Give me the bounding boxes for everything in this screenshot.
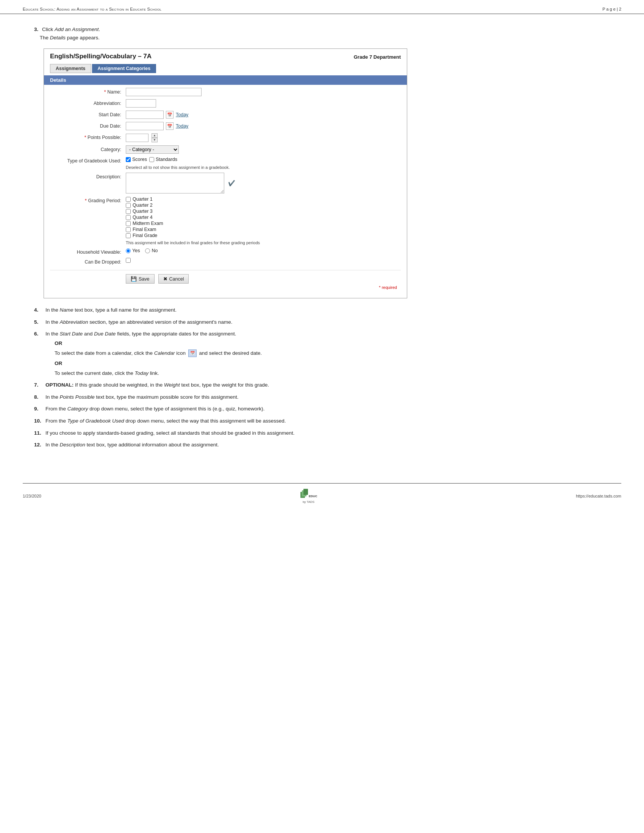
grading-period-required-star: * — [85, 198, 88, 203]
abbr-label: Abbreviation: — [50, 99, 126, 106]
inst-11-num: 11. — [34, 429, 42, 437]
gradebook-field: Scores Standards Deselect all to not sho… — [126, 157, 401, 170]
step-3-num: 3. — [34, 26, 38, 32]
start-date-row: Start Date: 📅 Today — [50, 111, 401, 119]
app-title: English/Spelling/Vocabulary – 7A — [50, 53, 151, 60]
gradebook-row: Type of Gradebook Used: Scores Standards… — [50, 157, 401, 170]
step-3-before: Click — [42, 26, 55, 32]
midterm-checkbox[interactable] — [126, 221, 131, 226]
scores-checkbox[interactable] — [126, 157, 131, 162]
name-label: * Name: — [50, 88, 126, 95]
footer-date: 1/23/2020 — [23, 494, 41, 498]
page-content: 3. Click Add an Assignment. The Details … — [0, 14, 644, 468]
tab-assignment-categories[interactable]: Assignment Categories — [92, 64, 156, 73]
inst-10-text: From the Type of Gradebook Used drop dow… — [45, 417, 621, 425]
grading-period-final-exam[interactable]: Final Exam — [126, 227, 260, 232]
due-date-today-link[interactable]: Today — [176, 124, 188, 129]
points-input[interactable] — [126, 133, 148, 142]
inst-7-text: OPTIONAL: If this grade should be weight… — [45, 381, 621, 389]
section-header: Details — [44, 76, 407, 85]
start-date-label: Start Date: — [50, 111, 126, 117]
standards-checkbox-label[interactable]: Standards — [149, 157, 177, 162]
can-drop-row: Can Be Dropped: — [50, 258, 401, 265]
instruction-9: 9. From the Category drop down menu, sel… — [34, 405, 621, 413]
page-number: P a g e | 2 — [602, 7, 621, 11]
due-date-row: Due Date: 📅 Today — [50, 122, 401, 130]
grading-period-q3[interactable]: Quarter 3 — [126, 209, 260, 214]
start-date-calendar-icon[interactable]: 📅 — [166, 111, 174, 119]
save-button[interactable]: 💾 Save — [126, 274, 155, 284]
inst-7-num: 7. — [34, 381, 42, 389]
household-no-label[interactable]: No — [145, 248, 158, 253]
scores-checkbox-label[interactable]: Scores — [126, 157, 147, 162]
final-grade-checkbox[interactable] — [126, 233, 131, 238]
doc-title: Educate School: Adding an Assignment to … — [23, 7, 161, 11]
spellcheck-icon[interactable]: ✔️ — [228, 180, 235, 187]
spinner-up-icon[interactable]: ▲ — [151, 133, 158, 138]
inst-4-num: 4. — [34, 306, 42, 314]
inst-8-text: In the Points Possible text box, type th… — [45, 393, 621, 401]
grading-period-final-grade[interactable]: Final Grade — [126, 233, 260, 238]
deselect-note: Deselect all to not show this assignment… — [126, 165, 401, 170]
grading-periods-list: Quarter 1 Quarter 2 Quarter 3 Quarter 4 — [126, 196, 260, 245]
points-required-star: * — [84, 135, 87, 140]
or-block-2: OR — [55, 360, 621, 366]
inst-12-text: In the Description text box, type additi… — [45, 441, 621, 449]
instruction-8: 8. In the Points Possible text box, type… — [34, 393, 621, 401]
inst-4-text: In the Name text box, type a full name f… — [45, 306, 621, 314]
category-select[interactable]: - Category - — [126, 145, 179, 154]
category-label: Category: — [50, 145, 126, 152]
page-footer: 1/23/2020 EDUCATE by TADS https://educat… — [23, 483, 621, 507]
instruction-12: 12. In the Description text box, type ad… — [34, 441, 621, 449]
household-field: Yes No — [126, 248, 401, 253]
start-date-input[interactable] — [126, 111, 164, 119]
instructions-list: 4. In the Name text box, type a full nam… — [34, 306, 621, 449]
household-radio-group: Yes No — [126, 248, 158, 253]
inst-6-num: 6. — [34, 330, 42, 338]
tabs-row: Assignments Assignment Categories — [44, 64, 407, 73]
grading-period-q1[interactable]: Quarter 1 — [126, 196, 260, 202]
q4-checkbox[interactable] — [126, 215, 131, 220]
grading-period-q2[interactable]: Quarter 2 — [126, 203, 260, 208]
abbr-input[interactable] — [126, 99, 156, 108]
instruction-10: 10. From the Type of Gradebook Used drop… — [34, 417, 621, 425]
cancel-button[interactable]: ✖ Cancel — [158, 274, 189, 284]
due-date-input[interactable] — [126, 122, 164, 130]
points-row: * Points Possible: ▲ ▼ — [50, 133, 401, 142]
start-date-today-link[interactable]: Today — [176, 112, 188, 117]
q2-checkbox[interactable] — [126, 203, 131, 208]
grading-period-midterm[interactable]: Midterm Exam — [126, 221, 260, 226]
description-textarea[interactable] — [126, 173, 224, 193]
q1-checkbox[interactable] — [126, 197, 131, 202]
step-3-link: Add an Assignment — [55, 26, 99, 32]
inst-10-num: 10. — [34, 417, 42, 425]
or-sub-1: To select the date from a calendar, clic… — [55, 349, 621, 357]
spinner-down-icon[interactable]: ▼ — [151, 138, 158, 142]
q3-checkbox[interactable] — [126, 209, 131, 214]
or-sub-2: To select the current date, click the To… — [55, 369, 621, 378]
cancel-icon: ✖ — [163, 276, 167, 282]
household-yes-label[interactable]: Yes — [126, 248, 140, 253]
category-row: Category: - Category - — [50, 145, 401, 154]
inst-8-num: 8. — [34, 393, 42, 401]
points-spinner[interactable]: ▲ ▼ — [151, 133, 158, 142]
name-row: * Name: — [50, 88, 401, 96]
grading-period-q4[interactable]: Quarter 4 — [126, 215, 260, 220]
household-no-radio[interactable] — [145, 248, 150, 253]
final-exam-checkbox[interactable] — [126, 227, 131, 232]
household-yes-radio[interactable] — [126, 248, 131, 253]
tab-assignments[interactable]: Assignments — [50, 64, 91, 73]
footer-url: https://educate.tads.com — [576, 494, 621, 498]
grading-period-label: * Grading Period: — [50, 196, 126, 203]
form-buttons: 💾 Save ✖ Cancel — [50, 270, 401, 284]
name-input[interactable] — [126, 88, 201, 96]
save-icon: 💾 — [131, 276, 137, 282]
footer-logo: EDUCATE by TADS — [300, 489, 317, 503]
abbr-row: Abbreviation: — [50, 99, 401, 108]
due-date-calendar-icon[interactable]: 📅 — [166, 122, 174, 130]
or-block-1: OR — [55, 340, 621, 346]
svg-rect-2 — [303, 489, 308, 495]
scores-label: Scores — [132, 157, 147, 162]
can-drop-checkbox[interactable] — [126, 258, 131, 263]
standards-checkbox[interactable] — [149, 157, 154, 162]
